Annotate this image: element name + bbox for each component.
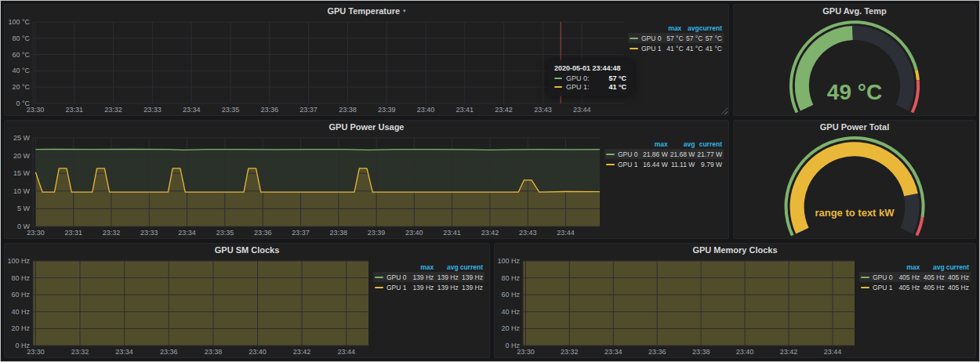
legend-avg-value: 139 Hz: [434, 273, 458, 281]
dashboard-row-2: GPU Power Usage 0 W5 W10 W15 W20 W25 W23…: [4, 120, 976, 239]
legend-header: current: [699, 24, 722, 32]
panel-header-gpu-avg-temp[interactable]: GPU Avg. Temp: [734, 5, 975, 17]
legend-series-toggle[interactable]: GPU 1: [375, 284, 409, 291]
legend-current-value: 405 Hz: [945, 284, 969, 291]
legend-avg-value: 405 Hz: [920, 284, 944, 291]
gpu-sm-clocks-plot[interactable]: 0 Hz20 Hz40 Hz60 Hz80 Hz100 Hz23:3023:32…: [5, 256, 373, 357]
panel-header-gpu-sm-clocks[interactable]: GPU SM Clocks: [5, 244, 489, 256]
legend-header: current: [459, 263, 483, 271]
legend-series-toggle[interactable]: GPU 1: [861, 284, 895, 291]
svg-text:23:34: 23:34: [115, 348, 133, 356]
legend-row: GPU 1 139 Hz 139 Hz 139 Hz: [373, 282, 485, 292]
gpu0-series-dash-icon: [554, 78, 562, 79]
legend-gpu-sm-clocks: maxavgcurrent GPU 0 139 Hz 139 Hz 139 Hz…: [373, 256, 489, 357]
legend-series-toggle[interactable]: GPU 1: [630, 45, 664, 52]
gpu-temperature-chart[interactable]: 0 °C20 °C40 °C60 °C80 °C100 °C23:3023:31…: [5, 17, 628, 115]
panel-menu-caret-icon[interactable]: ▾: [403, 5, 406, 17]
legend-max-value: 139 Hz: [409, 284, 434, 291]
legend-row: GPU 1 16.44 W 11.11 W 9.79 W: [604, 159, 724, 169]
svg-text:23:44: 23:44: [557, 229, 575, 237]
legend-current-value: 41 °C: [702, 45, 722, 52]
legend-current-value: 57 °C: [702, 34, 722, 42]
legend-max-value: 41 °C: [664, 45, 684, 52]
gpu-avg-temp-gauge: 49 °C: [734, 17, 975, 115]
svg-text:23:30: 23:30: [27, 348, 45, 356]
panel-title: GPU Temperature: [327, 5, 400, 17]
svg-text:100 Hz: 100 Hz: [497, 257, 520, 265]
svg-text:20 Hz: 20 Hz: [501, 324, 520, 332]
legend-avg-value: 139 Hz: [434, 284, 458, 291]
legend-series-toggle[interactable]: GPU 0: [861, 273, 895, 281]
svg-text:25 W: 25 W: [13, 134, 31, 142]
svg-text:23:42: 23:42: [481, 229, 499, 237]
legend-header-row: maxavgcurrent: [373, 262, 485, 272]
svg-text:60 °C: 60 °C: [12, 51, 30, 59]
gpu1-series-dash-icon: [554, 86, 562, 88]
svg-text:20 Hz: 20 Hz: [11, 324, 30, 332]
dashboard-row-3: GPU SM Clocks 0 Hz20 Hz40 Hz60 Hz80 Hz10…: [4, 243, 976, 358]
chart-tooltip: 2020-05-01 23:44:48 GPU 0: 57 °C GPU 1: …: [547, 60, 633, 96]
legend-header: current: [695, 140, 722, 148]
svg-text:80 Hz: 80 Hz: [11, 274, 30, 282]
legend-max-value: 21.86 W: [641, 150, 668, 158]
svg-text:23:33: 23:33: [143, 106, 162, 114]
gpu-memory-clocks-chart[interactable]: 0 Hz20 Hz40 Hz60 Hz80 Hz100 Hz23:3023:32…: [495, 256, 859, 357]
series-color-dash-icon: [630, 38, 638, 39]
panel-header-gpu-power-usage[interactable]: GPU Power Usage: [5, 121, 728, 133]
svg-text:23:39: 23:39: [378, 106, 396, 114]
tooltip-value: 57 °C: [608, 74, 626, 82]
legend-avg-value: 405 Hz: [920, 273, 944, 281]
gpu-power-usage-plot[interactable]: 0 W5 W10 W15 W20 W25 W23:3023:3123:3223:…: [5, 133, 604, 238]
svg-text:23:44: 23:44: [824, 348, 842, 356]
gpu-memory-clocks-plot[interactable]: 0 Hz20 Hz40 Hz60 Hz80 Hz100 Hz23:3023:32…: [495, 256, 859, 357]
gauge-arc: [734, 17, 975, 115]
svg-text:23:43: 23:43: [519, 229, 537, 237]
svg-text:23:36: 23:36: [261, 106, 279, 114]
series-color-dash-icon: [606, 154, 615, 155]
legend-row: GPU 1 405 Hz 405 Hz 405 Hz: [859, 282, 971, 292]
panel-gpu-memory-clocks: GPU Memory Clocks 0 Hz20 Hz40 Hz60 Hz80 …: [494, 243, 976, 358]
series-color-dash-icon: [375, 277, 383, 278]
legend-max-value: 405 Hz: [895, 273, 920, 281]
panel-title: GPU Power Total: [820, 121, 889, 133]
svg-text:23:37: 23:37: [299, 106, 318, 114]
gpu-temperature-plot[interactable]: 0 °C20 °C40 °C60 °C80 °C100 °C23:3023:31…: [5, 17, 628, 115]
svg-text:15 W: 15 W: [13, 169, 31, 177]
svg-text:23:32: 23:32: [103, 229, 121, 237]
svg-text:23:38: 23:38: [330, 229, 348, 237]
svg-text:23:43: 23:43: [534, 106, 552, 114]
tooltip-row-gpu1: GPU 1: 41 °C: [554, 83, 626, 91]
svg-text:23:35: 23:35: [222, 106, 240, 114]
legend-series-toggle[interactable]: GPU 0: [375, 273, 409, 281]
legend-max-value: 57 °C: [664, 34, 684, 42]
panel-gpu-avg-temp: GPU Avg. Temp 49 °C: [733, 4, 976, 116]
svg-text:23:31: 23:31: [66, 106, 84, 114]
legend-max-value: 16.44 W: [641, 161, 668, 168]
gpu-sm-clocks-chart[interactable]: 0 Hz20 Hz40 Hz60 Hz80 Hz100 Hz23:3023:32…: [5, 256, 373, 357]
tooltip-label: GPU 0:: [566, 74, 590, 82]
panel-header-gpu-power-total[interactable]: GPU Power Total: [734, 121, 975, 133]
legend-series-toggle[interactable]: GPU 0: [606, 150, 641, 158]
legend-header: max: [409, 263, 434, 271]
tooltip-timestamp: 2020-05-01 23:44:48: [554, 64, 626, 72]
svg-text:23:42: 23:42: [495, 106, 513, 114]
gpu-power-usage-chart[interactable]: 0 W5 W10 W15 W20 W25 W23:3023:3123:3223:…: [5, 133, 604, 238]
panel-header-gpu-memory-clocks[interactable]: GPU Memory Clocks: [495, 244, 975, 256]
dashboard-row-1: GPU Temperature ▾ 0 °C20 °C40 °C60 °C80 …: [4, 4, 976, 116]
svg-text:23:40: 23:40: [417, 106, 435, 114]
legend-series-toggle[interactable]: GPU 1: [606, 161, 641, 168]
panel-gpu-sm-clocks: GPU SM Clocks 0 Hz20 Hz40 Hz60 Hz80 Hz10…: [4, 243, 490, 358]
svg-text:23:44: 23:44: [573, 106, 591, 114]
svg-text:23:31: 23:31: [64, 229, 82, 237]
legend-avg-value: 21.68 W: [668, 150, 695, 158]
legend-series-toggle[interactable]: GPU 0: [630, 34, 664, 42]
panel-header-gpu-temperature[interactable]: GPU Temperature ▾: [5, 5, 728, 17]
panel-gpu-temperature: GPU Temperature ▾ 0 °C20 °C40 °C60 °C80 …: [4, 4, 729, 116]
tooltip-row-gpu0: GPU 0: 57 °C: [554, 74, 626, 82]
panel-title: GPU Power Usage: [329, 121, 405, 133]
legend-avg-value: 57 °C: [684, 34, 703, 42]
legend-row: GPU 0 21.86 W 21.68 W 21.77 W: [604, 149, 724, 159]
series-color-dash-icon: [861, 277, 869, 278]
legend-header: avg: [434, 263, 458, 271]
svg-text:20 W: 20 W: [13, 152, 31, 160]
